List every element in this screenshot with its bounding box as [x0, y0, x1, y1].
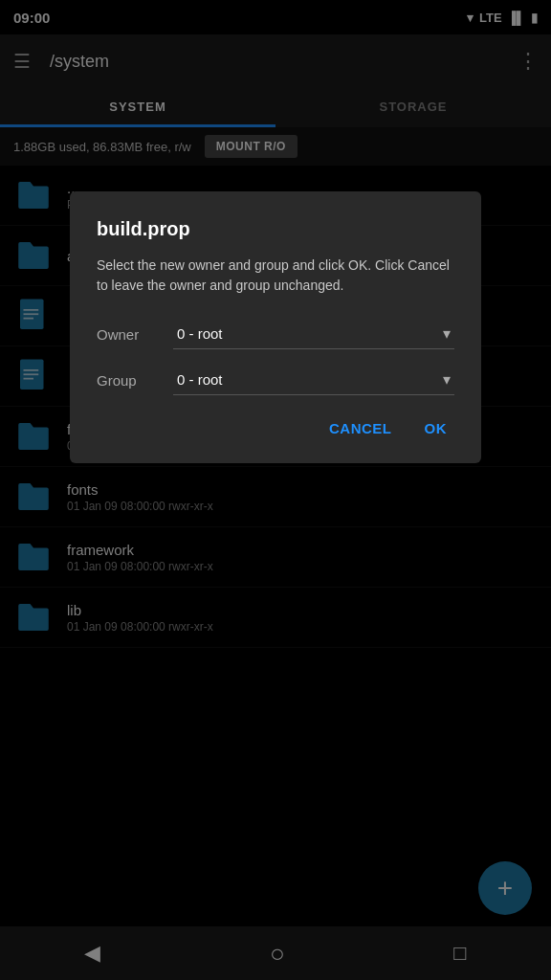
group-label: Group [97, 372, 173, 389]
group-value: 0 - root [177, 371, 223, 388]
dialog-actions: CANCEL OK [97, 411, 454, 446]
dialog: build.prop Select the new owner and grou… [70, 191, 481, 463]
dialog-message: Select the new owner and group and click… [97, 256, 454, 296]
dialog-overlay: build.prop Select the new owner and grou… [0, 0, 551, 980]
owner-select[interactable]: 0 - root ▾ [173, 319, 454, 349]
group-dropdown-icon: ▾ [443, 370, 451, 389]
ok-button[interactable]: OK [417, 411, 455, 446]
group-select[interactable]: 0 - root ▾ [173, 365, 454, 395]
owner-dropdown-icon: ▾ [443, 324, 451, 343]
dialog-title: build.prop [97, 218, 454, 240]
owner-value: 0 - root [177, 325, 223, 342]
owner-label: Owner [97, 326, 173, 343]
group-row: Group 0 - root ▾ [97, 365, 454, 395]
owner-row: Owner 0 - root ▾ [97, 319, 454, 349]
cancel-button[interactable]: CANCEL [321, 411, 400, 446]
